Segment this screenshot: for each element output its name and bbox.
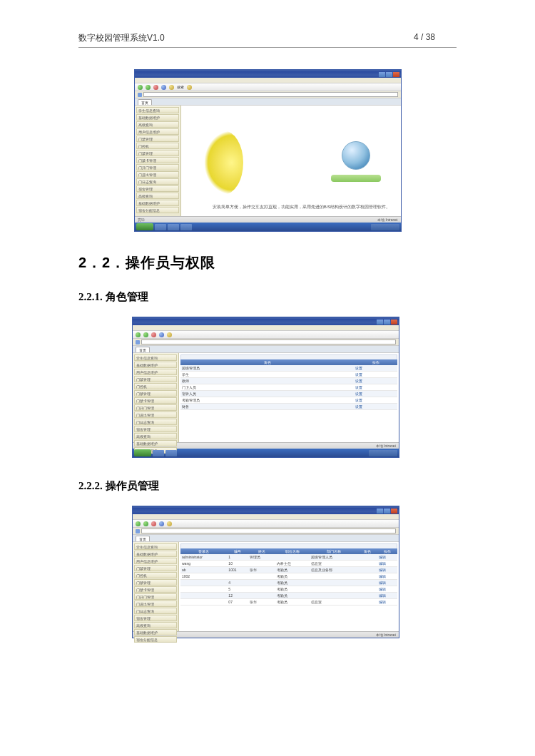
close-icon[interactable]	[393, 72, 399, 77]
minimize-icon[interactable]	[379, 72, 385, 77]
sidebar-item[interactable]: 门控机	[134, 383, 177, 389]
sidebar-item[interactable]: 宿舍管理	[134, 615, 177, 621]
action-link[interactable]: 设置	[354, 365, 397, 372]
refresh-icon[interactable]	[159, 521, 164, 526]
sidebar-item[interactable]: 门开门管理	[134, 404, 177, 411]
sidebar-item[interactable]: 用户信息维护	[134, 558, 177, 564]
sidebar-item[interactable]: 门日志查询	[134, 608, 177, 614]
sidebar-item[interactable]: 门控机	[136, 143, 179, 149]
sidebar-item[interactable]: 高级查询	[136, 193, 179, 199]
tab-bar[interactable]: 首页	[133, 535, 399, 542]
sidebar-item[interactable]: 宿舍管理	[136, 185, 179, 192]
action-link[interactable]: 编辑	[377, 599, 397, 606]
table-row[interactable]: 5考勤员编辑	[180, 586, 397, 593]
url-field[interactable]	[141, 339, 396, 344]
minimize-icon[interactable]	[377, 509, 383, 514]
address-bar[interactable]	[135, 91, 401, 98]
table-row[interactable]: 1002考勤员编辑	[180, 573, 397, 580]
sidebar-item[interactable]: 门禁管理	[134, 376, 177, 382]
sidebar-nav[interactable]: 学生信息查询基础数据维护高级查询用户信息维护门禁管理门控机门禁管理门禁卡管理门开…	[135, 106, 181, 216]
refresh-icon[interactable]	[159, 332, 164, 337]
grid-toolbar[interactable]	[180, 543, 397, 548]
sidebar-item[interactable]: 学生信息查询	[136, 107, 179, 113]
refresh-icon[interactable]	[161, 85, 166, 90]
action-link[interactable]: 编辑	[377, 567, 397, 573]
sidebar-item[interactable]: 门进出管理	[134, 412, 177, 418]
table-row[interactable]: wang10内科主任信息室编辑	[180, 561, 397, 567]
table-row[interactable]: 宿管人员设置	[180, 391, 397, 397]
action-link[interactable]: 编辑	[377, 580, 397, 586]
system-tray[interactable]	[371, 224, 399, 230]
action-link[interactable]: 设置	[354, 404, 397, 410]
forward-icon[interactable]	[143, 332, 148, 337]
browser-menubar[interactable]	[135, 78, 401, 83]
taskbar[interactable]	[133, 449, 399, 457]
sidebar-item[interactable]: 门禁管理	[134, 565, 177, 571]
taskbar-item[interactable]	[168, 224, 179, 230]
action-link[interactable]: 设置	[354, 378, 397, 384]
back-icon[interactable]	[138, 85, 143, 90]
action-link[interactable]: 编辑	[377, 586, 397, 593]
action-link[interactable]: 设置	[354, 397, 397, 404]
home-icon[interactable]	[167, 521, 172, 526]
browser-toolbar[interactable]	[133, 520, 399, 528]
tab-bar[interactable]: 首页	[135, 98, 401, 106]
sidebar-item[interactable]: 高级查询	[136, 121, 179, 128]
taskbar-item[interactable]	[180, 224, 192, 230]
sidebar-item[interactable]: 基础数据维护	[136, 114, 179, 121]
table-row[interactable]: 12考勤员编辑	[180, 593, 397, 599]
fav-icon[interactable]	[187, 85, 192, 90]
forward-icon[interactable]	[146, 85, 151, 90]
sidebar-item[interactable]: 用户信息维护	[136, 128, 179, 135]
browser-toolbar[interactable]: 搜索	[135, 83, 401, 91]
browser-tab[interactable]: 首页	[136, 536, 150, 541]
sidebar-item[interactable]: 高级查询	[134, 622, 177, 628]
action-link[interactable]: 编辑	[377, 561, 397, 567]
table-row[interactable]: 财务设置	[180, 404, 397, 410]
sidebar-item[interactable]: 门进出管理	[136, 171, 179, 178]
sidebar-item[interactable]: 宿舍分配信息	[134, 636, 177, 643]
url-field[interactable]	[141, 528, 396, 533]
action-link[interactable]: 设置	[354, 384, 397, 391]
stop-icon[interactable]	[151, 521, 156, 526]
back-icon[interactable]	[136, 521, 141, 526]
start-button[interactable]	[136, 223, 153, 230]
sidebar-item[interactable]: 宿舍分配信息	[136, 207, 179, 213]
sidebar-item[interactable]: 基础数据维护	[134, 362, 177, 368]
table-row[interactable]: 超级管理员设置	[180, 365, 397, 372]
maximize-icon[interactable]	[386, 72, 392, 77]
browser-menubar[interactable]	[133, 514, 399, 520]
taskbar-item[interactable]	[153, 450, 164, 456]
table-row[interactable]: 学生设置	[180, 372, 397, 378]
grid-toolbar[interactable]	[180, 354, 397, 359]
sidebar-item[interactable]: 基础数据维护	[134, 551, 177, 557]
sidebar-item[interactable]: 基础数据维护	[136, 200, 179, 206]
sidebar-nav[interactable]: 学生信息查询基础数据维护用户信息维护门禁管理门控机门禁管理门禁卡管理门开门管理门…	[133, 542, 179, 631]
sidebar-item[interactable]: 门控机	[134, 572, 177, 578]
table-row[interactable]: 门卫人员设置	[180, 384, 397, 391]
sidebar-item[interactable]: 门进出管理	[134, 601, 177, 607]
tab-bar[interactable]: 首页	[133, 346, 399, 353]
sidebar-item[interactable]: 门禁管理	[136, 136, 179, 142]
sidebar-item[interactable]: 宿舍管理	[134, 426, 177, 432]
back-icon[interactable]	[136, 332, 141, 337]
maximize-icon[interactable]	[384, 509, 390, 514]
table-row[interactable]: 4考勤员编辑	[180, 580, 397, 586]
browser-tab[interactable]: 首页	[138, 99, 152, 105]
taskbar-item[interactable]	[155, 224, 166, 230]
action-link[interactable]: 设置	[354, 372, 397, 378]
close-icon[interactable]	[391, 509, 397, 514]
sidebar-item[interactable]: 高级查询	[134, 433, 177, 439]
browser-tab[interactable]: 首页	[136, 347, 150, 352]
action-link[interactable]: 编辑	[377, 593, 397, 599]
sidebar-item[interactable]: 门日志查询	[134, 419, 177, 425]
sidebar-item[interactable]: 门禁卡管理	[136, 157, 179, 163]
action-link[interactable]: 编辑	[377, 554, 397, 561]
sidebar-item[interactable]: 门禁管理	[136, 150, 179, 156]
minimize-icon[interactable]	[377, 320, 383, 325]
system-tray[interactable]	[369, 450, 397, 456]
stop-icon[interactable]	[153, 85, 158, 90]
table-row[interactable]: 考勤管理员设置	[180, 397, 397, 404]
action-link[interactable]: 设置	[354, 391, 397, 397]
sidebar-item[interactable]: 门禁管理	[134, 579, 177, 586]
